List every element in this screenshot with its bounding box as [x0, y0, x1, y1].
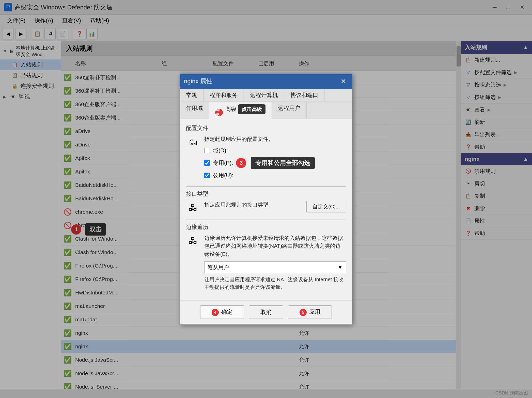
- profile-desc: 指定此规则应用的配置文件。: [204, 135, 346, 143]
- step3-badge: 3: [236, 158, 246, 168]
- modal-tab-general[interactable]: 常规: [180, 89, 204, 102]
- modal-close-button[interactable]: ✕: [339, 77, 348, 86]
- modal-tab-advanced[interactable]: 高级 高级 点击高级: [209, 102, 272, 119]
- modal-overlay: nginx 属性 ✕ 常规 程序和服务 远程计算机 协议和端口 作用域 高级 高…: [0, 0, 532, 398]
- step3-tooltip-text: 专用和公用全部勾选: [255, 159, 310, 167]
- modal-tab-scope[interactable]: 作用域: [180, 102, 209, 119]
- modal-title: nginx 属性: [184, 77, 212, 85]
- edge-section-row: 🖧 边缘遍历允许计算机接受未经请求的入站数据包，这些数据包已通过诸如网络地址转换…: [186, 234, 346, 291]
- step2-tooltip: 点击高级: [238, 104, 265, 114]
- apply-label: 应用: [309, 309, 320, 315]
- modal-tab-remote-computer[interactable]: 远程计算机: [244, 89, 284, 102]
- section-separator1: [186, 186, 346, 187]
- ok-button-label: 4 确定: [212, 309, 232, 315]
- cancel-button[interactable]: 取消: [249, 305, 283, 319]
- edge-icon: 🖧: [186, 234, 200, 248]
- apply-button-label: 5 应用: [300, 309, 320, 315]
- edge-section-title: 边缘遍历: [186, 223, 346, 231]
- interface-section-row: 🖧 指定应用此规则的接口类型。 自定义(C)...: [186, 201, 346, 215]
- modal-tab-advanced-label: 高级: [225, 106, 237, 112]
- domain-checkbox[interactable]: [204, 148, 210, 153]
- edge-dropdown[interactable]: 遵从用户 ▼: [204, 261, 346, 273]
- step2-badge: 高级: [215, 109, 223, 116]
- public-checkbox-row: 公用(U):: [204, 172, 346, 179]
- section-separator2: [186, 220, 346, 220]
- edge-dropdown-arrow: ▼: [337, 264, 343, 270]
- ok-button[interactable]: 4 确定: [200, 305, 244, 319]
- domain-checkbox-row: 域(D):: [204, 147, 346, 154]
- edge-section-content: 边缘遍历允许计算机接受未经请求的入站数据包，这些数据包已通过诸如网络地址转换(N…: [204, 234, 346, 291]
- modal-titlebar: nginx 属性 ✕: [180, 74, 352, 89]
- step5-badge: 5: [300, 309, 307, 316]
- modal-tab-advanced-badge: 高级: [215, 106, 225, 112]
- private-checkbox-row: 专用(P): 3 专用和公用全部勾选: [204, 157, 346, 169]
- private-checkbox[interactable]: [204, 160, 210, 166]
- step4-badge: 4: [212, 309, 219, 316]
- step2-tooltip-text: 点击高级: [242, 106, 262, 113]
- interface-section-content: 指定应用此规则的接口类型。 自定义(C)...: [204, 201, 346, 212]
- interface-desc: 指定应用此规则的接口类型。: [204, 201, 274, 209]
- profile-section-row: 🗂 指定此规则应用的配置文件。 域(D): 专用(P): 3 专用和: [186, 135, 346, 182]
- profile-icon: 🗂: [186, 135, 200, 149]
- public-checkbox[interactable]: [204, 173, 210, 178]
- modal-tab-remote-user[interactable]: 远程用户: [272, 102, 307, 119]
- ok-label: 确定: [221, 309, 232, 315]
- modal-dialog: nginx 属性 ✕ 常规 程序和服务 远程计算机 协议和端口 作用域 高级 高…: [180, 73, 352, 325]
- profile-section-title: 配置文件: [186, 124, 346, 132]
- domain-label: 域(D):: [213, 147, 228, 154]
- modal-tabs: 常规 程序和服务 远程计算机 协议和端口: [180, 89, 352, 102]
- private-label: 专用(P):: [213, 159, 233, 167]
- modal-tabs-row2: 作用域 高级 高级 点击高级 远程用户: [180, 102, 352, 119]
- public-label: 公用(U):: [213, 172, 233, 179]
- modal-body: 配置文件 🗂 指定此规则应用的配置文件。 域(D): 专用(P): 3: [180, 119, 352, 301]
- modal-tab-protocol[interactable]: 协议和端口: [284, 89, 325, 102]
- step3-tooltip: 专用和公用全部勾选: [251, 157, 315, 169]
- edge-dropdown-value: 遵从用户: [208, 264, 229, 271]
- apply-button[interactable]: 5 应用: [288, 305, 332, 319]
- edge-dropdown-desc: 让用户决定当应用程序请求通过 NAT 边缘设备从 Internet 接收主动提供…: [204, 276, 346, 291]
- modal-footer: 4 确定 取消 5 应用: [180, 301, 352, 324]
- customize-button[interactable]: 自定义(C)...: [306, 201, 346, 212]
- interface-section-title: 接口类型: [186, 190, 346, 198]
- interface-icon: 🖧: [186, 201, 200, 215]
- profile-section-content: 指定此规则应用的配置文件。 域(D): 专用(P): 3 专用和公用全部勾选: [204, 135, 346, 182]
- edge-desc: 边缘遍历允许计算机接受未经请求的入站数据包，这些数据包已通过诸如网络地址转换(N…: [204, 234, 346, 258]
- modal-tab-programs[interactable]: 程序和服务: [204, 89, 244, 102]
